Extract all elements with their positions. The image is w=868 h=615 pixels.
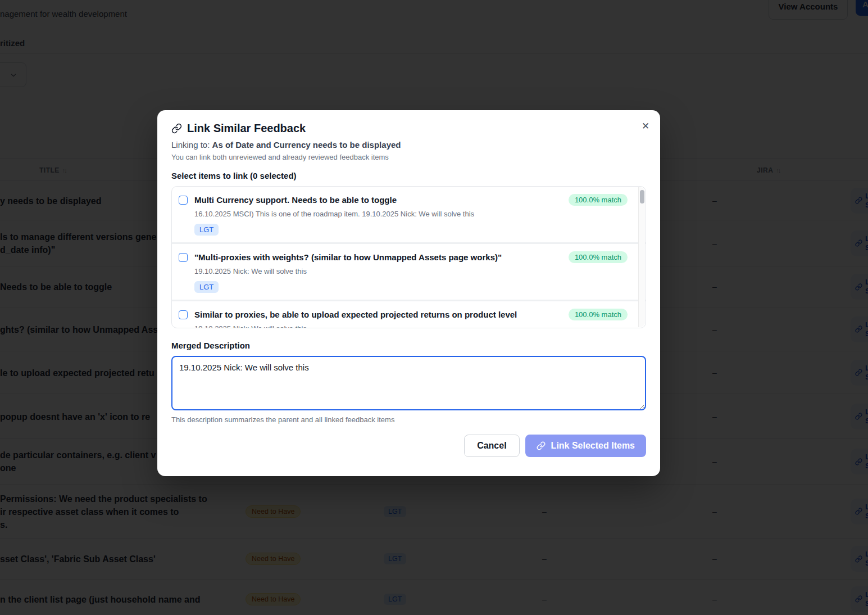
team-badge: LGT — [194, 281, 219, 293]
modal-subtext: You can link both unreviewed and already… — [171, 153, 646, 161]
similar-items-container: Multi Currency support. Needs to be able… — [172, 187, 646, 328]
link-selected-items-label: Link Selected Items — [551, 441, 635, 451]
item-head: "Multi-proxies with weights? (similar to… — [179, 251, 628, 263]
linking-to-value: As of Date and Currency needs to be disp… — [212, 140, 401, 150]
linking-to-label: Linking to: — [171, 140, 210, 150]
match-badge: 100.0% match — [569, 251, 628, 263]
modal-title: Link Similar Feedback — [187, 122, 306, 135]
link-icon — [171, 123, 182, 134]
linking-to-line: Linking to: As of Date and Currency need… — [171, 140, 646, 150]
item-description: 19.10.2025 Nick: We will solve this — [194, 324, 628, 328]
match-badge: 100.0% match — [569, 309, 628, 320]
link-selected-items-button[interactable]: Link Selected Items — [525, 435, 646, 457]
item-head: Multi Currency support. Needs to be able… — [179, 194, 628, 206]
cancel-button[interactable]: Cancel — [464, 435, 519, 457]
scrollbar-thumb[interactable] — [640, 190, 644, 204]
item-description: 19.10.2025 Nick: We will solve this — [194, 267, 628, 275]
match-badge: 100.0% match — [569, 194, 628, 206]
item-head: Similar to proxies, be able to upload ex… — [179, 309, 628, 320]
team-badge: LGT — [194, 224, 219, 236]
item-description: 16.10.2025 MSCI) This is one of the road… — [194, 210, 628, 218]
item-checkbox[interactable] — [179, 196, 188, 205]
link-similar-feedback-modal: ✕ Link Similar Feedback Linking to: As o… — [157, 110, 660, 476]
similar-feedback-item: "Multi-proxies with weights? (similar to… — [172, 244, 646, 301]
item-title: Similar to proxies, be able to upload ex… — [194, 310, 562, 319]
item-title: Multi Currency support. Needs to be able… — [194, 195, 562, 205]
item-checkbox[interactable] — [179, 253, 188, 262]
select-items-label: Select items to link (0 selected) — [171, 171, 646, 180]
similar-feedback-item: Similar to proxies, be able to upload ex… — [172, 301, 646, 328]
merged-description-help: This description summarizes the parent a… — [171, 415, 646, 424]
modal-footer: Cancel Link Selected Items — [171, 435, 646, 457]
item-title: "Multi-proxies with weights? (similar to… — [194, 252, 562, 262]
modal-header: Link Similar Feedback — [171, 122, 646, 135]
item-checkbox[interactable] — [179, 310, 188, 319]
similar-items-list: Multi Currency support. Needs to be able… — [171, 186, 646, 328]
scrollbar-track[interactable] — [638, 187, 645, 327]
merged-description-textarea[interactable]: 19.10.2025 Nick: We will solve this — [171, 356, 646, 410]
similar-feedback-item: Multi Currency support. Needs to be able… — [172, 187, 646, 244]
link-icon — [537, 441, 546, 450]
merged-description-label: Merged Description — [171, 341, 646, 350]
close-icon[interactable]: ✕ — [637, 117, 655, 135]
